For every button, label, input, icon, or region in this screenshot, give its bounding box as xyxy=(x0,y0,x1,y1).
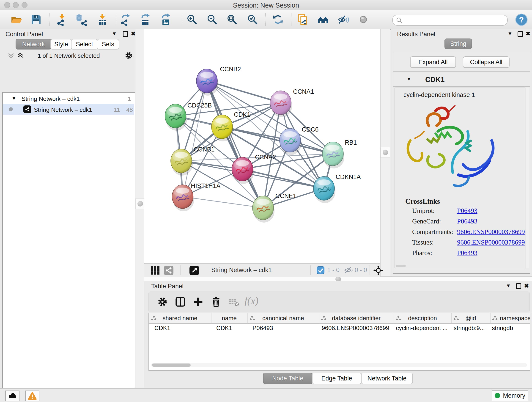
collapse-all-button[interactable]: Collapse All xyxy=(463,56,510,68)
selected-checkbox-icon[interactable] xyxy=(317,266,324,274)
vertical-scrollbar-track[interactable] xyxy=(526,88,529,268)
refresh-button[interactable] xyxy=(271,13,285,26)
horizontal-scrollbar-thumb[interactable] xyxy=(152,364,191,367)
tab-edge-table[interactable]: Edge Table xyxy=(312,373,361,384)
maximize-panel-icon[interactable] xyxy=(516,283,521,289)
collapse-gene-icon[interactable]: ▼ xyxy=(406,76,412,82)
network-node-CDC25B[interactable] xyxy=(165,104,187,131)
save-session-button[interactable] xyxy=(29,13,43,26)
column-header-namespace[interactable]: namespace xyxy=(490,313,530,323)
network-canvas[interactable]: CCNB2CCNA1CDC25BCDK1CDC6RB1CCNB1CCNA2CDK… xyxy=(144,29,380,263)
float-panel-icon[interactable]: ▼ xyxy=(507,31,513,37)
crosshair-icon[interactable] xyxy=(374,266,383,275)
crosslink-compartments[interactable]: 9606.ENSP00000378699 xyxy=(457,228,525,236)
splitter-handle[interactable] xyxy=(135,198,145,209)
maximize-panel-icon[interactable] xyxy=(518,31,523,37)
tab-string[interactable]: String xyxy=(444,38,472,49)
gear-icon[interactable] xyxy=(124,51,133,60)
import-table-button[interactable] xyxy=(95,13,109,26)
expand-all-button[interactable]: Expand All xyxy=(410,56,456,68)
show-columns-button[interactable] xyxy=(173,294,188,309)
delete-table-icon xyxy=(228,296,240,308)
right-splitter[interactable] xyxy=(380,29,390,276)
collection-row[interactable]: ▼ String Network – cdk1 1 xyxy=(3,94,134,104)
network-node-CCNA2[interactable] xyxy=(232,157,254,184)
crosslink-genecard[interactable]: P06493 xyxy=(457,217,477,225)
network-node-CDKN1A[interactable] xyxy=(313,177,336,203)
zoom-fit-button[interactable] xyxy=(225,13,239,26)
network-node-CCNE1[interactable] xyxy=(253,196,274,223)
import-network-button[interactable] xyxy=(55,13,69,26)
tab-network[interactable]: Network xyxy=(16,39,51,50)
crosslink-tissues[interactable]: 9606.ENSP00000378699 xyxy=(457,239,525,246)
network-node-RB1[interactable] xyxy=(322,142,344,168)
tab-sets[interactable]: Sets xyxy=(97,39,119,50)
network-edge[interactable] xyxy=(242,169,324,188)
network-view-title: String Network – cdk1 xyxy=(211,267,272,274)
tab-style[interactable]: Style xyxy=(51,39,72,50)
network-edge[interactable] xyxy=(183,197,263,208)
export-network-button[interactable] xyxy=(119,13,133,26)
splitter-handle[interactable] xyxy=(380,147,390,158)
column-header-shared-name[interactable]: shared name xyxy=(149,313,211,323)
cloud-button[interactable] xyxy=(5,390,19,401)
network-row[interactable]: String Network – cdk1 11 48 xyxy=(3,104,134,115)
network-edge[interactable] xyxy=(183,81,207,197)
hidden-count: 0 - 0 xyxy=(355,267,367,274)
help-button[interactable]: ? xyxy=(515,13,528,26)
tab-network-table[interactable]: Network Table xyxy=(361,373,413,384)
create-column-button[interactable] xyxy=(191,294,206,309)
warnings-button[interactable] xyxy=(25,390,39,401)
network-node-CCNA1[interactable] xyxy=(270,91,292,117)
horizontal-scrollbar[interactable] xyxy=(151,363,527,367)
table-options-button[interactable] xyxy=(155,294,170,309)
column-header-name[interactable]: name xyxy=(211,313,248,323)
delete-column-button[interactable] xyxy=(209,294,223,309)
first-neighbors-button[interactable] xyxy=(317,13,330,26)
close-panel-icon[interactable]: ✖ xyxy=(524,283,529,289)
database-icon xyxy=(75,13,88,26)
crosslink-pharos[interactable]: P06493 xyxy=(457,249,477,257)
column-header-id[interactable]: @id xyxy=(451,313,491,323)
column-header-database-identifier[interactable]: database identifier xyxy=(319,313,394,323)
memory-status-dot xyxy=(495,393,500,398)
zoom-selected-button[interactable] xyxy=(246,13,259,26)
open-session-button[interactable] xyxy=(9,13,23,26)
column-header-canonical-name[interactable]: canonical name xyxy=(247,313,319,323)
zoom-out-button[interactable] xyxy=(205,13,219,26)
network-node-CCNB2[interactable] xyxy=(196,69,218,96)
node-label-RB1: RB1 xyxy=(345,139,357,146)
left-splitter[interactable] xyxy=(135,29,145,388)
close-panel-icon[interactable]: ✖ xyxy=(526,31,530,37)
crosslink-uniprot[interactable]: P06493 xyxy=(457,207,477,215)
import-network-from-database-button[interactable] xyxy=(75,13,88,26)
horizontal-scrollbar-thumb[interactable] xyxy=(396,265,406,267)
float-panel-icon[interactable]: ▼ xyxy=(506,283,511,289)
birds-eye-view-icon[interactable] xyxy=(190,266,199,275)
string-view-icon[interactable] xyxy=(164,266,173,275)
search-input[interactable] xyxy=(405,16,504,24)
network-node-CDK1[interactable] xyxy=(211,115,234,141)
export-image-button[interactable] xyxy=(159,13,173,26)
function-builder-button[interactable]: f(x) xyxy=(244,295,267,307)
collapse-all-icon[interactable] xyxy=(8,53,14,59)
gene-card-header[interactable]: ▼ CDK1 xyxy=(393,73,530,87)
hide-selected-button[interactable] xyxy=(336,13,350,26)
zoom-in-button[interactable] xyxy=(185,13,199,26)
memory-button[interactable]: Memory xyxy=(492,390,528,401)
bottom-splitter[interactable] xyxy=(144,276,532,281)
clone-network-button[interactable] xyxy=(296,13,310,26)
grid-view-icon[interactable] xyxy=(151,266,160,275)
tab-select[interactable]: Select xyxy=(71,39,98,50)
collapse-collection-icon[interactable]: ▼ xyxy=(12,95,17,101)
tab-node-table[interactable]: Node Table xyxy=(263,373,312,384)
expand-all-icon[interactable] xyxy=(17,53,23,58)
float-panel-icon[interactable]: ▼ xyxy=(112,31,117,37)
node-label-CDC6: CDC6 xyxy=(302,126,319,133)
delete-table-button[interactable] xyxy=(227,294,241,309)
show-all-button[interactable] xyxy=(356,13,370,26)
export-table-button[interactable] xyxy=(139,13,152,26)
network-edge-count: 48 xyxy=(123,106,133,114)
column-header-description[interactable]: description xyxy=(394,313,452,323)
maximize-panel-icon[interactable] xyxy=(123,31,128,37)
